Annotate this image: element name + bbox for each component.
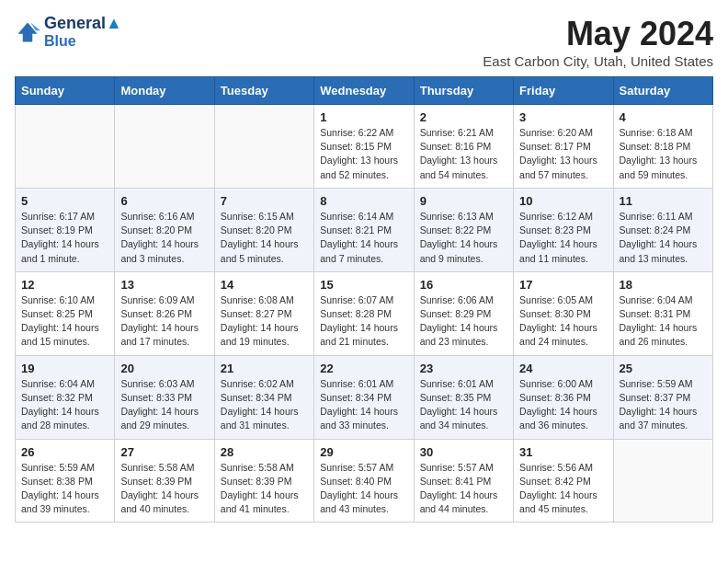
- day-info: Sunrise: 6:20 AM Sunset: 8:17 PM Dayligh…: [519, 126, 607, 182]
- svg-marker-0: [18, 22, 38, 41]
- calendar-cell: 1Sunrise: 6:22 AM Sunset: 8:15 PM Daylig…: [314, 105, 414, 189]
- day-info: Sunrise: 6:02 AM Sunset: 8:34 PM Dayligh…: [221, 377, 308, 433]
- day-info: Sunrise: 5:56 AM Sunset: 8:42 PM Dayligh…: [519, 461, 607, 517]
- header-day-tuesday: Tuesday: [214, 77, 313, 105]
- calendar-cell: 11Sunrise: 6:11 AM Sunset: 8:24 PM Dayli…: [613, 188, 712, 271]
- day-info: Sunrise: 6:18 AM Sunset: 8:18 PM Dayligh…: [620, 126, 707, 182]
- day-info: Sunrise: 5:57 AM Sunset: 8:41 PM Dayligh…: [420, 461, 507, 517]
- day-info: Sunrise: 6:15 AM Sunset: 8:20 PM Dayligh…: [221, 210, 308, 266]
- day-number: 3: [519, 110, 607, 124]
- day-info: Sunrise: 6:16 AM Sunset: 8:20 PM Dayligh…: [120, 210, 208, 266]
- day-info: Sunrise: 6:13 AM Sunset: 8:22 PM Dayligh…: [420, 210, 507, 266]
- day-info: Sunrise: 6:04 AM Sunset: 8:31 PM Dayligh…: [620, 293, 707, 350]
- calendar-cell: 6Sunrise: 6:16 AM Sunset: 8:20 PM Daylig…: [115, 188, 214, 271]
- calendar-cell: [16, 105, 115, 189]
- week-row-1: 1Sunrise: 6:22 AM Sunset: 8:15 PM Daylig…: [16, 105, 713, 189]
- calendar-header: SundayMondayTuesdayWednesdayThursdayFrid…: [16, 77, 713, 105]
- week-row-4: 19Sunrise: 6:04 AM Sunset: 8:32 PM Dayli…: [16, 355, 713, 439]
- calendar-cell: 8Sunrise: 6:14 AM Sunset: 8:21 PM Daylig…: [314, 188, 414, 271]
- calendar-cell: 4Sunrise: 6:18 AM Sunset: 8:18 PM Daylig…: [613, 105, 712, 189]
- header-day-sunday: Sunday: [16, 77, 115, 105]
- header-row: SundayMondayTuesdayWednesdayThursdayFrid…: [16, 77, 713, 105]
- day-info: Sunrise: 6:21 AM Sunset: 8:16 PM Dayligh…: [420, 126, 507, 182]
- calendar-cell: 18Sunrise: 6:04 AM Sunset: 8:31 PM Dayli…: [613, 271, 712, 355]
- day-info: Sunrise: 6:17 AM Sunset: 8:19 PM Dayligh…: [21, 210, 108, 266]
- calendar-cell: 13Sunrise: 6:09 AM Sunset: 8:26 PM Dayli…: [115, 271, 214, 355]
- day-number: 9: [420, 194, 507, 208]
- calendar-cell: 24Sunrise: 6:00 AM Sunset: 8:36 PM Dayli…: [514, 355, 613, 439]
- week-row-5: 26Sunrise: 5:59 AM Sunset: 8:38 PM Dayli…: [16, 439, 713, 523]
- logo-icon: [15, 19, 40, 45]
- calendar-cell: 25Sunrise: 5:59 AM Sunset: 8:37 PM Dayli…: [613, 355, 712, 439]
- day-number: 18: [620, 278, 707, 292]
- day-number: 20: [120, 362, 208, 375]
- calendar-body: 1Sunrise: 6:22 AM Sunset: 8:15 PM Daylig…: [16, 105, 713, 523]
- day-info: Sunrise: 6:05 AM Sunset: 8:30 PM Dayligh…: [519, 293, 607, 350]
- day-number: 15: [320, 278, 407, 292]
- day-info: Sunrise: 6:03 AM Sunset: 8:33 PM Dayligh…: [120, 377, 208, 433]
- day-info: Sunrise: 6:07 AM Sunset: 8:28 PM Dayligh…: [320, 293, 407, 350]
- header-day-wednesday: Wednesday: [314, 77, 414, 105]
- calendar-cell: 22Sunrise: 6:01 AM Sunset: 8:34 PM Dayli…: [314, 355, 414, 439]
- calendar: SundayMondayTuesdayWednesdayThursdayFrid…: [15, 76, 713, 523]
- day-number: 10: [519, 194, 607, 208]
- day-number: 26: [21, 445, 108, 459]
- calendar-cell: 16Sunrise: 6:06 AM Sunset: 8:29 PM Dayli…: [414, 271, 513, 355]
- month-title: May 2024: [483, 15, 713, 53]
- calendar-cell: 17Sunrise: 6:05 AM Sunset: 8:30 PM Dayli…: [514, 271, 613, 355]
- logo-text: General▲ Blue: [44, 15, 122, 49]
- day-info: Sunrise: 5:57 AM Sunset: 8:40 PM Dayligh…: [320, 461, 407, 517]
- header-day-friday: Friday: [514, 77, 613, 105]
- day-number: 22: [320, 362, 407, 375]
- day-number: 31: [519, 445, 607, 459]
- calendar-cell: 9Sunrise: 6:13 AM Sunset: 8:22 PM Daylig…: [414, 188, 513, 271]
- day-number: 28: [221, 445, 308, 459]
- day-info: Sunrise: 6:22 AM Sunset: 8:15 PM Dayligh…: [320, 126, 407, 182]
- day-number: 7: [221, 194, 308, 208]
- day-number: 11: [620, 194, 707, 208]
- day-info: Sunrise: 5:58 AM Sunset: 8:39 PM Dayligh…: [221, 461, 308, 517]
- logo: General▲ Blue: [15, 15, 122, 49]
- day-info: Sunrise: 6:01 AM Sunset: 8:34 PM Dayligh…: [320, 377, 407, 433]
- day-number: 29: [320, 445, 407, 459]
- day-number: 13: [120, 278, 208, 292]
- day-number: 27: [120, 445, 208, 459]
- calendar-cell: 27Sunrise: 5:58 AM Sunset: 8:39 PM Dayli…: [115, 439, 214, 523]
- header-day-monday: Monday: [115, 77, 214, 105]
- calendar-cell: 12Sunrise: 6:10 AM Sunset: 8:25 PM Dayli…: [16, 271, 115, 355]
- day-info: Sunrise: 6:09 AM Sunset: 8:26 PM Dayligh…: [120, 293, 208, 350]
- day-info: Sunrise: 6:04 AM Sunset: 8:32 PM Dayligh…: [21, 377, 108, 433]
- day-info: Sunrise: 6:11 AM Sunset: 8:24 PM Dayligh…: [620, 210, 707, 266]
- day-info: Sunrise: 5:58 AM Sunset: 8:39 PM Dayligh…: [120, 461, 208, 517]
- header-day-thursday: Thursday: [414, 77, 513, 105]
- day-info: Sunrise: 6:12 AM Sunset: 8:23 PM Dayligh…: [519, 210, 607, 266]
- calendar-cell: 14Sunrise: 6:08 AM Sunset: 8:27 PM Dayli…: [214, 271, 313, 355]
- day-number: 21: [221, 362, 308, 375]
- day-number: 14: [221, 278, 308, 292]
- week-row-3: 12Sunrise: 6:10 AM Sunset: 8:25 PM Dayli…: [16, 271, 713, 355]
- day-info: Sunrise: 5:59 AM Sunset: 8:37 PM Dayligh…: [620, 377, 707, 433]
- day-number: 1: [320, 110, 407, 124]
- page-header: General▲ Blue May 2024 East Carbon City,…: [15, 15, 713, 69]
- day-number: 17: [519, 278, 607, 292]
- day-number: 2: [420, 110, 507, 124]
- day-number: 19: [21, 362, 108, 375]
- calendar-cell: 20Sunrise: 6:03 AM Sunset: 8:33 PM Dayli…: [115, 355, 214, 439]
- day-number: 5: [21, 194, 108, 208]
- day-info: Sunrise: 6:08 AM Sunset: 8:27 PM Dayligh…: [221, 293, 308, 350]
- calendar-cell: 26Sunrise: 5:59 AM Sunset: 8:38 PM Dayli…: [16, 439, 115, 523]
- calendar-cell: 15Sunrise: 6:07 AM Sunset: 8:28 PM Dayli…: [314, 271, 414, 355]
- day-number: 30: [420, 445, 507, 459]
- calendar-cell: 7Sunrise: 6:15 AM Sunset: 8:20 PM Daylig…: [214, 188, 313, 271]
- day-info: Sunrise: 5:59 AM Sunset: 8:38 PM Dayligh…: [21, 461, 108, 517]
- day-number: 16: [420, 278, 507, 292]
- calendar-cell: 3Sunrise: 6:20 AM Sunset: 8:17 PM Daylig…: [514, 105, 613, 189]
- title-block: May 2024 East Carbon City, Utah, United …: [483, 15, 713, 69]
- calendar-cell: 31Sunrise: 5:56 AM Sunset: 8:42 PM Dayli…: [514, 439, 613, 523]
- day-info: Sunrise: 6:06 AM Sunset: 8:29 PM Dayligh…: [420, 293, 507, 350]
- location: East Carbon City, Utah, United States: [483, 53, 713, 69]
- header-day-saturday: Saturday: [613, 77, 712, 105]
- day-number: 4: [620, 110, 707, 124]
- calendar-cell: 21Sunrise: 6:02 AM Sunset: 8:34 PM Dayli…: [214, 355, 313, 439]
- week-row-2: 5Sunrise: 6:17 AM Sunset: 8:19 PM Daylig…: [16, 188, 713, 271]
